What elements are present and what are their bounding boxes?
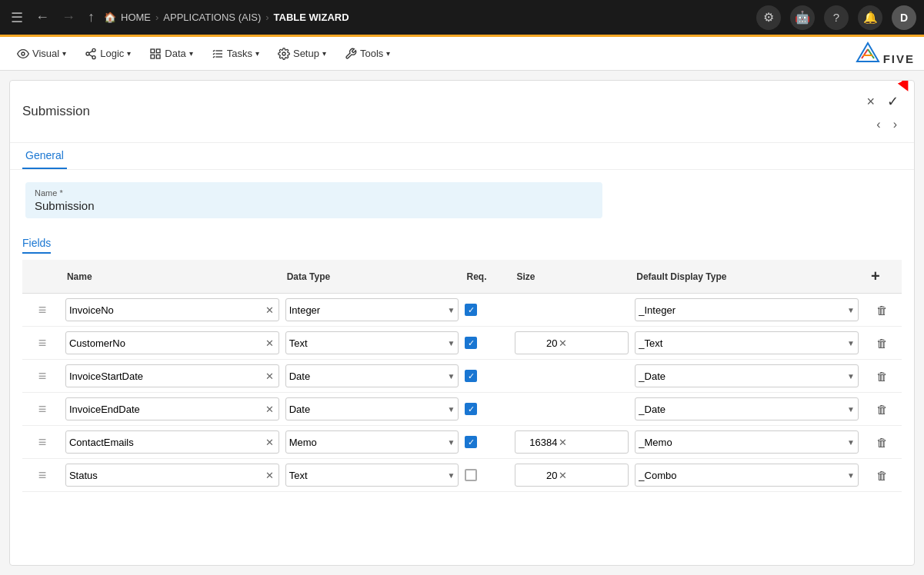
- table-row: ≡ ✕ IntegerTextDateMemoBooleanDecimal ▼ …: [22, 459, 902, 492]
- display-select-4[interactable]: _Integer_Text_Date_Memo_Combo_Boolean: [639, 437, 846, 448]
- add-field-button[interactable]: +: [862, 260, 902, 294]
- delete-row-btn-5[interactable]: 🗑: [873, 467, 891, 484]
- nav-item-setup[interactable]: Setup ▾: [270, 43, 334, 65]
- home-icon: 🏠: [104, 12, 116, 23]
- help-icon[interactable]: ?: [824, 5, 849, 30]
- datatype-select-4[interactable]: IntegerTextDateMemoBooleanDecimal: [289, 437, 446, 448]
- datatype-select-wrap-0: IntegerTextDateMemoBooleanDecimal ▼: [285, 298, 459, 321]
- name-input-1[interactable]: [69, 337, 264, 349]
- display-select-wrap-2: _Integer_Text_Date_Memo_Combo_Boolean ▼: [635, 364, 859, 387]
- svg-line-18: [898, 80, 906, 86]
- name-clear-btn-1[interactable]: ✕: [264, 337, 275, 349]
- delete-row-btn-0[interactable]: 🗑: [873, 302, 891, 318]
- datatype-select-3[interactable]: IntegerTextDateMemoBooleanDecimal: [289, 404, 446, 415]
- delete-row-btn-2[interactable]: 🗑: [873, 368, 891, 384]
- display-select-3[interactable]: _Integer_Text_Date_Memo_Combo_Boolean: [639, 404, 846, 415]
- req-checkbox-3[interactable]: [465, 403, 477, 415]
- prev-button[interactable]: ‹: [872, 116, 885, 133]
- svg-rect-7: [157, 49, 161, 53]
- name-input-wrap-5: ✕: [65, 464, 279, 487]
- name-input-5[interactable]: [69, 470, 264, 481]
- drag-handle[interactable]: ≡: [38, 335, 47, 351]
- bot-icon[interactable]: 🤖: [790, 5, 815, 30]
- name-input-2[interactable]: [69, 371, 264, 382]
- name-clear-btn-5[interactable]: ✕: [264, 470, 275, 481]
- display-select-5[interactable]: _Integer_Text_Date_Memo_Combo_Boolean: [639, 470, 846, 481]
- bell-icon[interactable]: 🔔: [858, 5, 882, 30]
- drag-handle[interactable]: ≡: [38, 434, 47, 450]
- req-checkbox-5[interactable]: [465, 469, 477, 481]
- display-select-wrap-5: _Integer_Text_Date_Memo_Combo_Boolean ▼: [635, 464, 859, 487]
- name-input-3[interactable]: [69, 404, 264, 415]
- datatype-arrow-1: ▼: [448, 339, 455, 347]
- breadcrumb-home[interactable]: HOME: [121, 12, 151, 23]
- datatype-select-5[interactable]: IntegerTextDateMemoBooleanDecimal: [289, 470, 446, 481]
- menu-icon[interactable]: ☰: [8, 6, 26, 29]
- size-input-5[interactable]: [519, 470, 557, 481]
- name-input-wrap-0: ✕: [65, 298, 279, 321]
- datatype-select-wrap-2: IntegerTextDateMemoBooleanDecimal ▼: [285, 364, 459, 387]
- display-select-1[interactable]: _Integer_Text_Date_Memo_Combo_Boolean: [639, 337, 846, 349]
- nav-tools-label: Tools: [360, 48, 383, 59]
- req-checkbox-0[interactable]: [465, 304, 477, 316]
- svg-point-1: [92, 48, 95, 52]
- name-input-4[interactable]: [69, 437, 264, 448]
- tools-icon: [345, 48, 357, 60]
- name-field-value: Submission: [35, 199, 593, 212]
- size-input-4[interactable]: [519, 437, 557, 448]
- up-button[interactable]: ↑: [85, 6, 98, 28]
- datatype-select-1[interactable]: IntegerTextDateMemoBooleanDecimal: [289, 337, 446, 349]
- nav-setup-label: Setup: [293, 48, 319, 59]
- req-checkbox-1[interactable]: [465, 337, 477, 349]
- svg-point-2: [86, 52, 89, 55]
- size-clear-btn-5[interactable]: ✕: [557, 470, 569, 481]
- delete-row-btn-1[interactable]: 🗑: [873, 335, 891, 351]
- tab-general[interactable]: General: [22, 143, 67, 169]
- datatype-select-wrap-5: IntegerTextDateMemoBooleanDecimal ▼: [285, 464, 459, 487]
- name-clear-btn-0[interactable]: ✕: [264, 304, 275, 316]
- svg-point-0: [22, 52, 25, 55]
- display-select-0[interactable]: _Integer_Text_Date_Memo_Combo_Boolean: [639, 304, 846, 316]
- delete-row-btn-4[interactable]: 🗑: [873, 434, 891, 450]
- drag-handle[interactable]: ≡: [38, 401, 47, 417]
- forward-button[interactable]: →: [58, 6, 78, 28]
- breadcrumb-table-wizard[interactable]: TABLE WIZARD: [274, 12, 349, 23]
- size-input-1[interactable]: [519, 337, 557, 349]
- table-row: ≡ ✕ IntegerTextDateMemoBooleanDecimal ▼ …: [22, 426, 902, 459]
- search-wheel-icon[interactable]: ⚙: [756, 5, 781, 30]
- name-field-label: Name *: [35, 188, 593, 198]
- name-input-wrap-4: ✕: [65, 430, 279, 454]
- datatype-select-2[interactable]: IntegerTextDateMemoBooleanDecimal: [289, 371, 446, 382]
- nav-item-tasks[interactable]: Tasks ▾: [204, 43, 267, 65]
- name-input-0[interactable]: [69, 304, 264, 316]
- close-button[interactable]: ×: [863, 91, 878, 113]
- nav-item-visual[interactable]: Visual ▾: [9, 43, 74, 65]
- req-checkbox-2[interactable]: [465, 370, 477, 382]
- next-button[interactable]: ›: [889, 116, 902, 133]
- add-row-btn[interactable]: +: [866, 266, 885, 287]
- breadcrumb-applications[interactable]: APPLICATIONS (AIS): [163, 12, 261, 23]
- avatar[interactable]: D: [892, 5, 916, 30]
- nav-item-data[interactable]: Data ▾: [142, 43, 200, 65]
- size-wrap-5: ✕: [515, 464, 629, 487]
- delete-row-btn-3[interactable]: 🗑: [873, 401, 891, 417]
- name-clear-btn-2[interactable]: ✕: [264, 371, 275, 382]
- size-clear-btn-4[interactable]: ✕: [557, 437, 569, 448]
- display-select-2[interactable]: _Integer_Text_Date_Memo_Combo_Boolean: [639, 371, 846, 382]
- size-clear-btn-1[interactable]: ✕: [557, 337, 569, 349]
- table-row: ≡ ✕ IntegerTextDateMemoBooleanDecimal ▼ …: [22, 393, 902, 426]
- name-clear-btn-4[interactable]: ✕: [264, 437, 275, 448]
- drag-handle[interactable]: ≡: [38, 302, 47, 317]
- nav-item-tools[interactable]: Tools ▾: [337, 43, 398, 65]
- nav-item-logic[interactable]: Logic ▾: [77, 43, 138, 65]
- drag-handle[interactable]: ≡: [38, 467, 47, 483]
- drag-handle[interactable]: ≡: [38, 368, 47, 384]
- datatype-select-0[interactable]: IntegerTextDateMemoBooleanDecimal: [289, 304, 446, 316]
- name-clear-btn-3[interactable]: ✕: [264, 404, 275, 415]
- tasks-icon: [212, 48, 224, 60]
- display-arrow-3: ▼: [847, 405, 855, 414]
- req-checkbox-4[interactable]: [465, 436, 477, 448]
- back-button[interactable]: ←: [32, 6, 52, 28]
- confirm-button[interactable]: ✓: [884, 90, 902, 113]
- nav-logic-label: Logic: [100, 48, 124, 59]
